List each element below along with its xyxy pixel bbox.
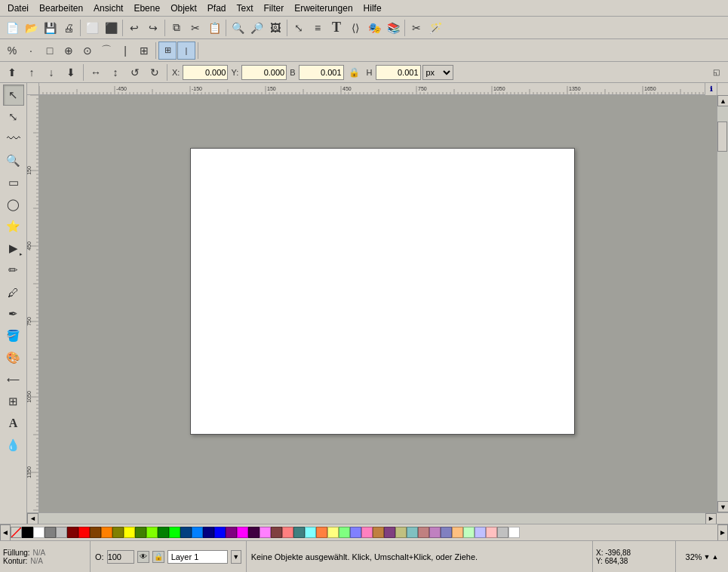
swatch-39[interactable]	[463, 527, 475, 538]
obj-rot-ccw[interactable]: ↺	[126, 63, 144, 81]
tool-pen[interactable]: 🖊	[3, 281, 24, 303]
swatch-21[interactable]	[260, 527, 271, 538]
swatch-20[interactable]	[248, 527, 260, 538]
menu-pfad[interactable]: Pfad	[203, 2, 231, 15]
align-button[interactable]: ≡	[309, 19, 327, 37]
snap-bbox[interactable]: □	[41, 42, 59, 60]
swatch-40[interactable]	[475, 527, 486, 538]
obj-flip-h[interactable]: ↔	[87, 63, 105, 81]
snap-toggle[interactable]: %	[3, 42, 21, 60]
obj-lower-bottom[interactable]: ⬇	[62, 63, 80, 81]
wand-button[interactable]: 🪄	[426, 19, 444, 37]
export-button[interactable]: ⬛	[102, 19, 120, 37]
swatch-38[interactable]	[452, 527, 463, 538]
snap-guide[interactable]: |	[116, 42, 134, 60]
menu-text[interactable]: Text	[232, 2, 258, 15]
snap-path[interactable]: ⌒	[97, 42, 115, 60]
scissors-button[interactable]: ✂	[407, 19, 425, 37]
print-button[interactable]: 🖨	[60, 19, 78, 37]
swatch-12[interactable]	[158, 527, 169, 538]
text-tool-btn[interactable]: T	[327, 19, 346, 37]
duplicate-button[interactable]: ⧉	[167, 19, 186, 37]
palette-right-arrow[interactable]: ►	[717, 524, 728, 541]
swatch-5[interactable]	[78, 527, 90, 538]
snap-grid[interactable]: ⊞	[135, 42, 153, 60]
redo-button[interactable]: ↪	[144, 19, 162, 37]
swatch-43[interactable]	[508, 527, 520, 538]
tool-fill[interactable]: 🪣	[3, 325, 24, 346]
scroll-left-button[interactable]: ◄	[27, 513, 38, 524]
snap-active-1[interactable]: ⊞	[158, 42, 177, 60]
tool-pencil[interactable]: ✏	[3, 260, 24, 281]
zoom-decrease-button[interactable]: ▼	[704, 553, 711, 561]
swatch-10[interactable]	[135, 527, 146, 538]
canvas-scroll[interactable]	[39, 95, 717, 512]
obj-rot-cw[interactable]: ↻	[146, 63, 164, 81]
swatch-31[interactable]	[373, 527, 384, 538]
menu-filter[interactable]: Filter	[260, 2, 289, 15]
opacity-input[interactable]	[107, 550, 134, 564]
swatch-34[interactable]	[407, 527, 418, 538]
scroll-v-track[interactable]	[717, 106, 728, 501]
scroll-v-thumb[interactable]	[717, 121, 727, 152]
swatch-33[interactable]	[395, 527, 407, 538]
layer-eye-button[interactable]: 👁	[137, 551, 149, 563]
open-button[interactable]: 📂	[22, 19, 40, 37]
zoom-plus-button[interactable]: 🔎	[247, 19, 266, 37]
swatch-19[interactable]	[237, 527, 248, 538]
cut-button[interactable]: ✂	[186, 19, 204, 37]
snap-node[interactable]: ·	[22, 42, 40, 60]
snap-center[interactable]: ⊙	[78, 42, 97, 60]
menu-objekt[interactable]: Objekt	[166, 2, 201, 15]
import-button[interactable]: ⬜	[83, 19, 101, 37]
layers-button[interactable]: 📚	[384, 19, 402, 37]
swatch-15[interactable]	[192, 527, 203, 538]
menu-datei[interactable]: Datei	[3, 2, 33, 15]
layer-lock-button[interactable]: 🔒	[152, 551, 164, 563]
obj-lower[interactable]: ↓	[42, 63, 60, 81]
info-button[interactable]: ℹ	[705, 83, 717, 95]
swatch-16[interactable]	[203, 527, 214, 538]
tool-star[interactable]: ⭐	[3, 216, 24, 237]
swatch-6[interactable]	[90, 527, 101, 538]
swatch-24[interactable]	[293, 527, 305, 538]
swatch-37[interactable]	[441, 527, 452, 538]
swatch-32[interactable]	[384, 527, 395, 538]
swatch-2[interactable]	[45, 527, 56, 538]
swatch-41[interactable]	[486, 527, 497, 538]
tool-ellipse[interactable]: ◯	[3, 194, 24, 215]
swatch-17[interactable]	[214, 527, 226, 538]
swatch-3[interactable]	[56, 527, 67, 538]
scroll-down-button[interactable]: ▼	[717, 501, 728, 512]
menu-hilfe[interactable]: Hilfe	[359, 2, 386, 15]
tool-calligraphy[interactable]: ✒	[3, 303, 24, 324]
swatch-none[interactable]	[11, 527, 22, 538]
menu-ansicht[interactable]: Ansicht	[89, 2, 127, 15]
y-input[interactable]	[241, 65, 287, 80]
swatch-28[interactable]	[339, 527, 350, 538]
scroll-h-track[interactable]	[38, 513, 705, 524]
zoom-fit-button[interactable]: 🖼	[266, 19, 284, 37]
transform-button[interactable]: ⤡	[290, 19, 308, 37]
copy-button[interactable]: 📋	[205, 19, 223, 37]
swatch-29[interactable]	[350, 527, 361, 538]
layer-select-arrow[interactable]: ▼	[231, 550, 241, 564]
swatch-36[interactable]	[429, 527, 441, 538]
obj-flip-v[interactable]: ↕	[106, 63, 124, 81]
swatch-25[interactable]	[305, 527, 316, 538]
x-input[interactable]	[183, 65, 228, 80]
tool-poly[interactable]: ▶▸	[3, 238, 24, 259]
swatch-42[interactable]	[497, 527, 508, 538]
scroll-right-button[interactable]: ►	[705, 513, 717, 524]
zoom-increase-button[interactable]: ▲	[712, 553, 719, 561]
swatch-9[interactable]	[124, 527, 135, 538]
obj-raise[interactable]: ↑	[23, 63, 41, 81]
tool-rect[interactable]: ▭	[3, 172, 24, 193]
swatch-23[interactable]	[282, 527, 293, 538]
xml-button[interactable]: ⟨⟩	[346, 19, 364, 37]
swatch-18[interactable]	[226, 527, 237, 538]
tool-connector[interactable]: ⟵	[3, 369, 24, 390]
swatch-35[interactable]	[418, 527, 429, 538]
h-input[interactable]	[376, 65, 421, 80]
scroll-up-button[interactable]: ▲	[717, 95, 728, 106]
